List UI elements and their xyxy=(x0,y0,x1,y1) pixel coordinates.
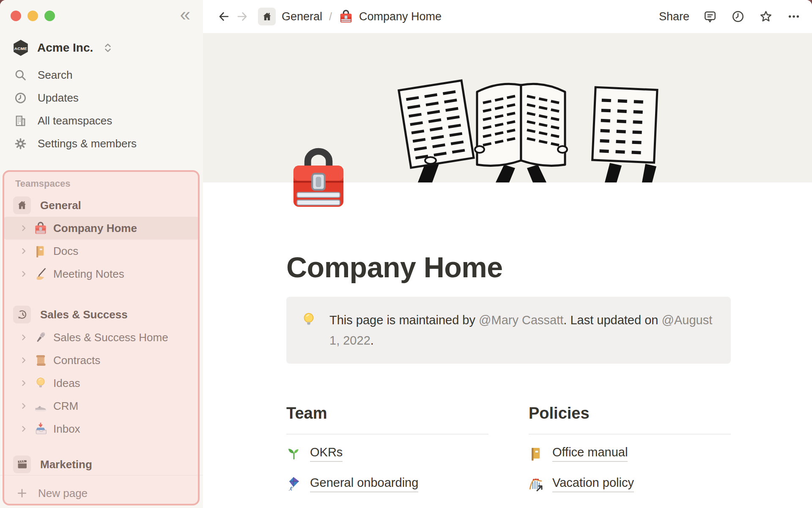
notion-window: « ACME Acme Inc. Search Updates xyxy=(0,0,812,508)
orange-notebook-icon xyxy=(529,446,544,461)
sidebar-divider xyxy=(0,475,203,475)
favorite-button[interactable] xyxy=(759,9,773,24)
sidebar: « ACME Acme Inc. Search Updates xyxy=(0,0,203,508)
new-page-button[interactable]: New page xyxy=(0,481,203,505)
search-icon xyxy=(14,69,27,82)
sneaker-icon xyxy=(34,399,47,413)
seedling-icon xyxy=(286,446,302,461)
page-icon-toolbox[interactable] xyxy=(286,147,351,211)
sidebar-page-meeting-notes[interactable]: Meeting Notes xyxy=(0,262,203,285)
callout-block[interactable]: This page is maintained by @Mary Cassatt… xyxy=(286,297,731,364)
expand-chevron-icon[interactable] xyxy=(19,401,29,411)
page-link-okrs[interactable]: OKRs xyxy=(286,442,488,465)
page-link-whats-new[interactable]: What's new xyxy=(286,503,488,508)
page-link-vacation-policy[interactable]: Vacation policy xyxy=(529,472,731,495)
page-label: Meeting Notes xyxy=(53,268,124,281)
building-icon xyxy=(14,114,27,127)
expand-chevron-icon[interactable] xyxy=(19,223,29,233)
share-button[interactable]: Share xyxy=(659,10,689,23)
divider xyxy=(286,434,488,434)
light-bulb-icon xyxy=(301,312,317,328)
nav-label: Settings & members xyxy=(38,137,137,150)
mention-mary-cassatt[interactable]: @Mary Cassatt xyxy=(479,313,563,327)
sidebar-item-settings[interactable]: Settings & members xyxy=(0,132,203,155)
expand-chevron-icon[interactable] xyxy=(19,332,29,342)
sidebar-page-company-home[interactable]: Company Home xyxy=(3,217,200,240)
more-options-button[interactable] xyxy=(787,9,801,24)
topbar-actions: Share xyxy=(659,9,801,24)
house-icon xyxy=(261,11,273,22)
sidebar-page-inbox[interactable]: Inbox xyxy=(0,417,203,440)
teamspace-name: Sales & Success xyxy=(40,308,128,321)
sidebar-collapse-button[interactable]: « xyxy=(180,3,190,26)
page-link-label: General onboarding xyxy=(310,476,418,492)
page-link-label: Vacation policy xyxy=(552,476,634,492)
callout-segment: . xyxy=(370,334,374,347)
expand-chevron-icon[interactable] xyxy=(19,246,29,256)
teamspace-general[interactable]: General xyxy=(0,194,203,217)
nav-label: All teamspaces xyxy=(38,114,112,127)
topbar: General / Company Home Share xyxy=(203,0,812,33)
nav-label: Updates xyxy=(38,91,79,105)
nav-label: Search xyxy=(38,69,72,82)
expand-chevron-icon[interactable] xyxy=(19,355,29,365)
page-history-button[interactable] xyxy=(731,9,745,24)
sidebar-page-contracts[interactable]: Contracts xyxy=(0,349,203,372)
history-clock-icon xyxy=(731,10,745,23)
page-link-label: How to request PTO xyxy=(552,506,663,508)
breadcrumb-item-general[interactable]: General xyxy=(282,10,322,23)
notebook-icon xyxy=(34,244,47,258)
sidebar-nav: Search Updates All teamspaces xyxy=(0,64,203,155)
page-link-request-pto[interactable]: How to request PTO xyxy=(529,503,731,508)
callout-segment: . Last updated on xyxy=(563,313,661,327)
workspace-toggle-icon xyxy=(102,41,113,55)
zoom-window-button[interactable] xyxy=(44,11,55,21)
page-body: Company Home This page is maintained by … xyxy=(203,182,731,508)
teamspace-marketing[interactable]: Marketing xyxy=(0,455,203,474)
callout-text: This page is maintained by @Mary Cassatt… xyxy=(329,310,715,351)
workspace-switcher[interactable]: ACME Acme Inc. xyxy=(0,38,203,58)
column-heading-policies[interactable]: Policies xyxy=(529,403,731,424)
sidebar-page-ideas[interactable]: Ideas xyxy=(0,372,203,395)
page-link-general-onboarding[interactable]: General onboarding xyxy=(286,472,488,495)
page-link-office-manual[interactable]: Office manual xyxy=(529,442,731,465)
sidebar-page-sales-success-home[interactable]: Sales & Success Home xyxy=(0,326,203,349)
sidebar-page-docs[interactable]: Docs xyxy=(0,240,203,262)
policies-column: Policies Office manual Vacation policy H… xyxy=(529,403,731,508)
comments-button[interactable] xyxy=(703,9,717,24)
sidebar-item-all-teamspaces[interactable]: All teamspaces xyxy=(0,109,203,132)
history-clock-icon xyxy=(13,306,31,323)
expand-chevron-icon[interactable] xyxy=(19,378,29,388)
page-link-label: What's new xyxy=(310,506,373,508)
breadcrumb-item-company-home[interactable]: Company Home xyxy=(359,10,442,23)
close-window-button[interactable] xyxy=(11,11,21,21)
main-content: General / Company Home Share xyxy=(203,0,812,508)
clock-icon xyxy=(14,91,27,105)
workspace-name: Acme Inc. xyxy=(37,41,93,55)
minimize-window-button[interactable] xyxy=(27,11,38,21)
roller-coaster-linked-icon xyxy=(529,476,544,491)
inbox-tray-icon xyxy=(34,422,47,436)
sidebar-item-search[interactable]: Search xyxy=(0,64,203,86)
team-column: Team OKRs General onboarding What's new xyxy=(286,403,488,508)
writing-hand-icon xyxy=(34,267,47,281)
forward-arrow-icon[interactable] xyxy=(236,10,249,23)
window-controls xyxy=(11,11,55,21)
expand-chevron-icon[interactable] xyxy=(19,269,29,279)
house-icon xyxy=(13,196,31,214)
page-label: Sales & Success Home xyxy=(53,331,168,344)
page-title[interactable]: Company Home xyxy=(286,182,731,284)
breadcrumb-home-chip[interactable] xyxy=(258,8,276,25)
page-label: Ideas xyxy=(53,377,80,390)
column-heading-team[interactable]: Team xyxy=(286,403,488,424)
back-arrow-icon[interactable] xyxy=(217,10,230,23)
callout-segment: This page is maintained by xyxy=(329,313,479,327)
teamspace-sales-success[interactable]: Sales & Success xyxy=(0,303,203,326)
new-page-label: New page xyxy=(38,487,88,500)
toolbox-icon xyxy=(339,9,353,24)
microphone-icon xyxy=(34,331,47,344)
sidebar-page-crm[interactable]: CRM xyxy=(0,395,203,417)
expand-chevron-icon[interactable] xyxy=(19,424,29,434)
sidebar-item-updates[interactable]: Updates xyxy=(0,86,203,109)
breadcrumb-separator: / xyxy=(329,11,332,23)
